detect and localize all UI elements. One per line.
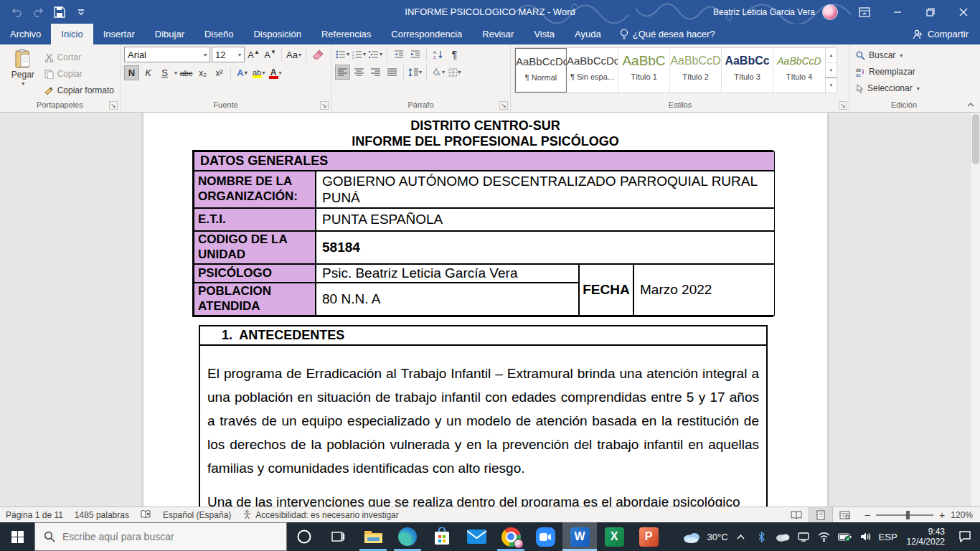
align-left-button[interactable] — [335, 65, 350, 80]
cortana-button[interactable] — [287, 522, 321, 551]
text-effects-button[interactable]: A▾ — [235, 65, 250, 80]
tab-referencias[interactable]: Referencias — [311, 24, 381, 44]
borders-button[interactable]: ▾ — [447, 65, 462, 80]
redo-icon[interactable] — [29, 4, 47, 21]
bullets-button[interactable]: ▾ — [335, 47, 350, 62]
styles-more-icon[interactable]: ▾ — [826, 77, 837, 93]
tab-ayuda[interactable]: Ayuda — [565, 24, 611, 44]
dialog-launcher-icon[interactable]: ↘ — [109, 101, 118, 110]
font-size-select[interactable]: 12▾ — [212, 47, 245, 62]
close-button[interactable] — [947, 0, 980, 24]
italic-button[interactable]: K — [141, 65, 156, 80]
document-canvas[interactable]: DISTRITO CENTRO-SUR INFORME DEL PROFESIO… — [0, 113, 970, 507]
dialog-launcher-icon[interactable]: ↘ — [839, 101, 847, 110]
tab-inicio[interactable]: Inicio — [51, 24, 93, 44]
task-view-button[interactable] — [321, 522, 356, 551]
find-button[interactable]: Buscar▾ — [854, 48, 922, 62]
tab-disposicion[interactable]: Disposición — [243, 24, 311, 44]
select-button[interactable]: Seleccionar▾ — [854, 81, 922, 95]
collapse-ribbon-icon[interactable] — [967, 99, 974, 109]
show-marks-button[interactable]: ¶ — [447, 47, 462, 62]
print-layout-button[interactable] — [809, 507, 833, 522]
store-button[interactable] — [425, 522, 459, 551]
share-button[interactable]: Compartir — [901, 24, 980, 44]
superscript-button[interactable]: x² — [212, 65, 227, 80]
excel-button[interactable]: X — [597, 522, 631, 551]
tab-revisar[interactable]: Revisar — [472, 24, 524, 44]
change-case-button[interactable]: Aa▾ — [286, 47, 302, 62]
clock[interactable]: 9:43 12/4/2022 — [903, 527, 949, 547]
vertical-scrollbar[interactable] — [970, 113, 980, 507]
action-center-icon[interactable] — [954, 531, 976, 542]
minimize-button[interactable] — [881, 0, 914, 24]
shrink-font-button[interactable]: A▼ — [263, 47, 278, 62]
weather-temp[interactable]: 30°C — [707, 532, 728, 542]
highlight-button[interactable]: ab▾ — [251, 65, 266, 80]
read-mode-button[interactable] — [784, 507, 809, 522]
customize-qat-icon[interactable] — [72, 4, 90, 21]
tell-me-box[interactable]: ¿Qué desea hacer? — [611, 24, 724, 44]
replace-button[interactable]: abac Reemplazar — [854, 65, 922, 79]
sort-button[interactable]: AZ — [430, 47, 446, 62]
zoom-out-button[interactable]: − — [864, 509, 870, 521]
bluetooth-icon[interactable] — [754, 532, 770, 542]
numbering-button[interactable]: 123▾ — [352, 47, 367, 62]
strikethrough-button[interactable]: abc — [179, 65, 194, 80]
font-family-select[interactable]: Arial▾ — [124, 47, 210, 62]
dialog-launcher-icon[interactable]: ↘ — [320, 101, 329, 110]
web-layout-button[interactable] — [833, 507, 857, 522]
cut-button[interactable]: Cortar — [42, 50, 116, 65]
chrome-button[interactable] — [494, 522, 528, 551]
word-button[interactable]: W — [562, 522, 597, 551]
start-button[interactable] — [0, 522, 34, 551]
zoom-slider[interactable] — [876, 514, 933, 516]
weather-icon[interactable] — [681, 531, 702, 543]
wifi-icon[interactable] — [816, 532, 832, 542]
volume-icon[interactable] — [858, 532, 874, 542]
font-color-button[interactable]: A▾ — [268, 65, 283, 80]
tab-insertar[interactable]: Insertar — [93, 24, 145, 44]
align-right-button[interactable] — [368, 65, 383, 80]
styles-scroll-down-icon[interactable]: ▾ — [826, 63, 837, 78]
zoom-app-button[interactable] — [528, 522, 562, 551]
multilevel-list-button[interactable]: ▾ — [368, 47, 383, 62]
mail-button[interactable] — [459, 522, 494, 551]
increase-indent-button[interactable] — [407, 47, 423, 62]
line-spacing-button[interactable]: ▾ — [407, 65, 423, 80]
battery-icon[interactable] — [837, 532, 853, 542]
tab-diseno[interactable]: Diseño — [194, 24, 243, 44]
style-sin-espaciado[interactable]: AaBbCcDc¶ Sin espa... — [567, 48, 618, 93]
format-painter-button[interactable]: Copiar formato — [42, 83, 116, 98]
tab-archivo[interactable]: Archivo — [0, 24, 51, 44]
keyboard-language[interactable]: ESP — [879, 532, 897, 542]
copy-button[interactable]: Copiar — [42, 67, 116, 81]
language-indicator[interactable]: Español (España) — [157, 510, 237, 520]
accessibility-status[interactable]: Accesibilidad: es necesario investigar — [237, 510, 404, 520]
word-count[interactable]: 1485 palabras — [69, 510, 135, 520]
tray-expand-icon[interactable] — [733, 534, 749, 540]
dialog-launcher-icon[interactable]: ↘ — [499, 101, 508, 110]
zoom-in-button[interactable]: + — [939, 509, 945, 521]
account-name[interactable]: Beatriz Leticia Garcia Vera — [713, 7, 815, 17]
file-explorer-button[interactable] — [356, 522, 390, 551]
document-page[interactable]: DISTRITO CENTRO-SUR INFORME DEL PROFESIO… — [143, 113, 827, 507]
avatar[interactable] — [822, 4, 838, 20]
subscript-button[interactable]: x₂ — [195, 65, 210, 80]
proofing-status[interactable] — [135, 510, 157, 519]
styles-scroll-up-icon[interactable]: ▴ — [826, 48, 837, 63]
underline-caret-icon[interactable]: ▾ — [174, 70, 177, 76]
decrease-indent-button[interactable] — [391, 47, 406, 62]
zoom-level[interactable]: 120% — [951, 510, 973, 520]
page-indicator[interactable]: Página 1 de 11 — [0, 510, 69, 520]
search-input[interactable] — [62, 531, 256, 542]
style-titulo3[interactable]: AaBbCcTítulo 3 — [722, 48, 773, 93]
restore-button[interactable] — [914, 0, 947, 24]
zoom-slider-thumb[interactable] — [906, 511, 910, 519]
justify-button[interactable] — [385, 65, 400, 80]
connect-display-icon[interactable] — [796, 532, 811, 542]
ribbon-display-options-icon[interactable] — [848, 0, 881, 24]
style-titulo2[interactable]: AaBbCcDTítulo 2 — [670, 48, 722, 93]
tab-dibujar[interactable]: Dibujar — [145, 24, 194, 44]
save-icon[interactable] — [50, 4, 69, 21]
taskbar-search[interactable] — [34, 522, 287, 551]
